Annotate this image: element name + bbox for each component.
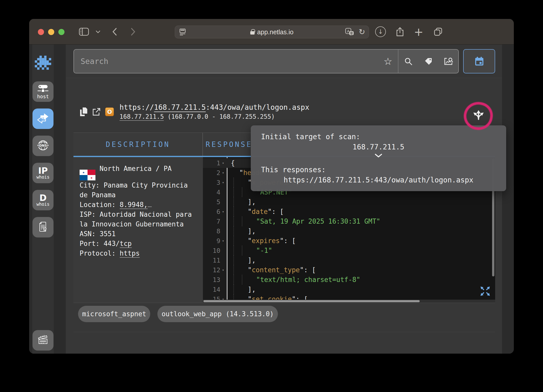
line-number: 14 [213,286,220,293]
protocol-link[interactable]: https [120,249,140,258]
fold-toggle-icon[interactable]: ▾ [221,180,225,184]
sidebar-host-label: host [37,94,49,99]
fold-toggle-icon[interactable]: ▾ [221,239,225,243]
minimize-window-button[interactable] [48,29,54,35]
calendar-icon [474,56,484,67]
domain-whois-label: D [39,194,47,202]
result-header: O https://168.77.211.5:443/owa/auth/logo… [80,103,309,121]
fold-toggle-icon[interactable]: ▾ [221,171,225,175]
sidebar-item-dns[interactable]: DNS [32,136,53,156]
tag-icon[interactable] [418,50,438,73]
tooltip-initial-label: Initial target of scan: [261,133,360,141]
panama-flag-icon: ★★ [80,170,95,180]
sidebar-item-certificates[interactable] [32,217,53,237]
tag-microsoft-aspnet[interactable]: microsoft_aspnet [78,306,150,322]
results-area: O https://168.77.211.5:443/owa/auth/logo… [66,78,502,354]
host-icon [37,84,49,94]
new-tab-button[interactable]: + [412,19,425,45]
sidebar-item-host[interactable]: host [32,81,53,102]
clapperboard-icon [37,334,49,346]
close-window-button[interactable] [38,29,44,35]
line-number: 11 [213,257,220,264]
code-horizontal-scrollbar[interactable] [203,300,495,303]
code-line: 7"Sat, 19 Apr 2025 16:30:31 GMT" [203,216,495,226]
outlook-favicon: O [105,107,114,116]
dns-globe-icon: DNS [37,139,49,152]
main-content: ☆ [66,45,502,354]
tab-overview-button[interactable] [432,19,444,45]
search-box: ☆ [73,49,459,73]
sidebar-item-scenes[interactable] [32,330,53,351]
reload-icon[interactable]: ↻ [359,28,365,36]
browser-window: app.netlas.io A ↻ ↓ [29,19,514,354]
tag-outlook-web-app[interactable]: outlook_web_app (14.3.513.0) [157,306,278,322]
back-button[interactable] [109,19,120,45]
search-input[interactable] [74,50,378,73]
netlas-logo[interactable] [35,55,51,70]
forward-button[interactable] [127,19,139,45]
download-arrow-icon: ↓ [378,28,383,35]
tooltip-chevron-down-icon [251,154,506,158]
copy-icon[interactable] [80,107,88,117]
history-calendar-button[interactable] [463,49,495,73]
line-number: 2 [216,169,220,177]
scan-target-tooltip: Initial target of scan: 168.77.211.5 Thi… [251,125,506,191]
external-link-icon[interactable] [92,108,101,116]
asn-line: ASN: 3551 [80,229,197,239]
address-text-group: app.netlas.io [175,28,369,36]
redirect-arrows-icon [472,108,485,122]
tooltip-responses-value: https://168.77.211.5:443/owa/auth/logon.… [251,176,506,184]
zoom-window-button[interactable] [58,29,64,35]
screenshot-stage: app.netlas.io A ↻ ↓ [0,0,543,392]
sidebar-item-domain-whois[interactable]: D whois [32,190,53,210]
certificate-icon [38,221,48,234]
description-panel: ★★ North America / PA City: Panama City … [73,157,203,303]
favorites-star-icon[interactable]: ☆ [378,50,398,73]
result-url: https://168.77.211.5:443/owa/auth/logon.… [120,103,309,112]
address-bar[interactable]: app.netlas.io A ↻ [175,26,369,38]
line-number: 3 [216,179,220,186]
share-button[interactable] [394,19,406,45]
expand-icon [479,285,491,297]
tooltip-responses-label: This responses: [261,166,326,174]
code-line: 8], [203,226,495,236]
fold-toggle-icon[interactable]: ▾ [221,268,225,272]
tab-description[interactable]: DESCRIPTION [73,133,203,156]
port-protocol-link[interactable]: tcp [120,240,132,248]
browser-titlebar: app.netlas.io A ↻ ↓ [29,19,514,45]
sidebar-item-ip-whois[interactable]: IP whois [32,163,53,183]
sidebar-item-responses[interactable] [32,108,53,129]
sidebar-chevron-icon[interactable] [95,19,101,45]
page-area: host DNS [29,45,514,354]
sidebar-toggle-icon[interactable] [78,19,90,45]
lock-icon [250,31,255,35]
region-line: ★★ North America / PA [80,164,197,180]
search-icon[interactable] [398,50,418,73]
line-number: 13 [213,276,220,284]
result-url-ip-link[interactable]: 168.77.211.5 [154,103,206,112]
line-number: 9 [216,237,220,245]
downloads-button[interactable]: ↓ [374,19,387,45]
city-line: City: Panama City Provincia de Panama [80,180,197,200]
fold-toggle-icon[interactable]: ▾ [221,210,225,214]
translate-icon[interactable]: A [345,28,354,36]
location-link[interactable]: 8.9948, [120,201,148,209]
line-number: 6 [216,208,220,215]
app-sidebar: host DNS [32,45,54,354]
tooltip-initial-value: 168.77.211.5 [251,143,506,151]
protocol-line: Protocol: https [80,248,197,258]
tab-response[interactable]: RESPONSE [203,133,255,156]
domain-whois-sublabel: whois [36,202,49,206]
fold-toggle-icon[interactable]: ▾ [221,161,225,165]
result-ip-link[interactable]: 168.77.211.5 [120,113,164,121]
port-line: Port: 443/tcp [80,239,197,248]
image-search-icon[interactable] [438,50,458,73]
expand-fullscreen-button[interactable] [479,285,491,297]
location-line: Location: 8.9948, [80,200,197,210]
responses-icon [37,113,49,125]
fold-toggle-icon[interactable]: ▾ [221,297,225,300]
redirect-path-button[interactable] [472,108,485,122]
line-number: 10 [213,247,220,254]
line-number: 5 [216,198,220,206]
ip-whois-sublabel: whois [36,175,49,179]
